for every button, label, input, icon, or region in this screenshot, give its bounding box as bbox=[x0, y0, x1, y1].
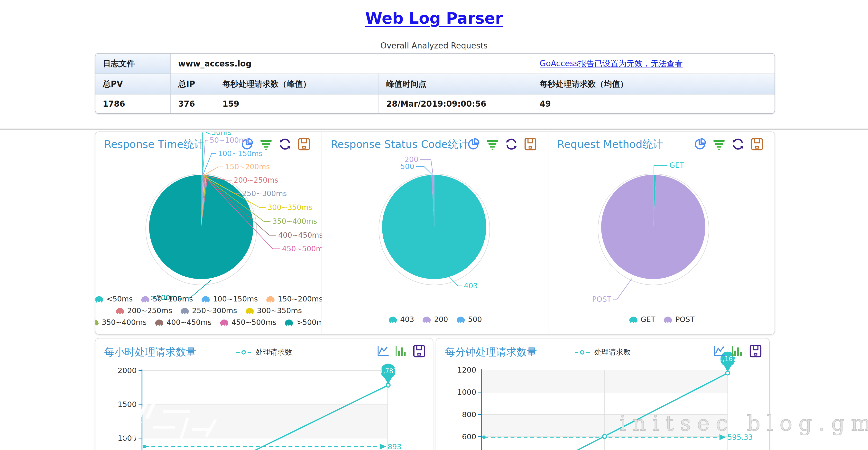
pie-callout: GET bbox=[670, 161, 684, 170]
legend-swatch bbox=[628, 316, 638, 324]
legend-swatch bbox=[180, 307, 190, 315]
legend-label: 403 bbox=[400, 315, 414, 324]
legend-swatch bbox=[154, 318, 164, 327]
legend-swatch bbox=[95, 295, 104, 303]
toolbox bbox=[713, 345, 762, 357]
save-image-icon[interactable] bbox=[749, 345, 762, 357]
line-series-label: 处理请求数 bbox=[594, 347, 631, 357]
line-series-label: 处理请求数 bbox=[255, 347, 292, 357]
legend-label: <50ms bbox=[106, 295, 133, 303]
table-value-row: 1786 376 159 28/Mar/2019:09:00:56 49 bbox=[95, 94, 775, 113]
logfile-value: www_access.log bbox=[170, 54, 532, 73]
legend-swatch bbox=[284, 318, 294, 327]
legend-swatch bbox=[245, 307, 255, 315]
legend-item-150~200ms[interactable]: 150~200ms bbox=[266, 295, 321, 303]
line-type-icon[interactable] bbox=[713, 345, 726, 357]
header-total-pv: 总PV bbox=[95, 74, 170, 94]
average-line-label: 595.33 bbox=[727, 433, 753, 442]
legend-item-350~400ms[interactable]: 350~400ms bbox=[95, 318, 147, 327]
legend-label: 300~350ms bbox=[257, 306, 302, 315]
value-peak-time: 28/Mar/2019:09:00:56 bbox=[378, 94, 532, 113]
average-line-label: 893 bbox=[388, 443, 402, 450]
y-axis-tick-label: 1500 bbox=[118, 400, 136, 409]
legend-swatch bbox=[115, 307, 125, 315]
legend-item-400~450ms[interactable]: 400~450ms bbox=[154, 318, 212, 327]
legend-label: 50~100ms bbox=[153, 295, 193, 303]
page-subtitle: Overall Analyzed Requests bbox=[0, 41, 868, 51]
response-time-panel: Response Time统计 <50ms 50~100ms 100~150ms… bbox=[95, 132, 321, 334]
value-total-ip: 376 bbox=[170, 94, 215, 113]
legend-swatch bbox=[219, 318, 229, 327]
legend-label: 100~150ms bbox=[213, 295, 258, 303]
legend-item-<50ms[interactable]: <50ms bbox=[95, 295, 133, 303]
max-point-label: 1,781 bbox=[379, 367, 397, 375]
legend-label: 350~400ms bbox=[102, 318, 147, 327]
legend-item->500ms[interactable]: >500ms bbox=[284, 318, 321, 327]
save-image-icon[interactable] bbox=[413, 345, 426, 357]
pie-callout: 100~150ms bbox=[218, 149, 262, 158]
legend-item-200~250ms[interactable]: 200~250ms bbox=[115, 306, 172, 315]
legend-item-300~350ms[interactable]: 300~350ms bbox=[245, 306, 302, 315]
pie-callout: POST bbox=[592, 295, 612, 303]
table-row-logfile: 日志文件 www_access.log GoAccess报告已设置为无效，无法查… bbox=[95, 54, 775, 73]
legend-swatch bbox=[388, 316, 398, 324]
legend-swatch bbox=[95, 318, 99, 327]
value-peak-rps: 159 bbox=[215, 94, 378, 113]
y-axis-tick-label: 1000 bbox=[457, 388, 476, 396]
pie-callout: 250~300ms bbox=[242, 189, 287, 198]
value-avg-rps: 49 bbox=[532, 94, 775, 113]
page-title-link[interactable]: Web Log Parser bbox=[365, 9, 503, 27]
legend-item-500[interactable]: 500 bbox=[456, 315, 482, 324]
legend-label: GET bbox=[641, 315, 655, 324]
legend-swatch bbox=[201, 295, 211, 303]
logfile-label: 日志文件 bbox=[95, 54, 170, 73]
legend-label: 500 bbox=[468, 315, 482, 324]
bar-type-icon[interactable] bbox=[731, 345, 744, 357]
legend-label: 200~250ms bbox=[127, 306, 172, 315]
y-axis-tick-label: 1000 bbox=[118, 434, 136, 443]
legend-item-450~500ms[interactable]: 450~500ms bbox=[219, 318, 277, 327]
header-peak-rps: 每秒处理请求数（峰值） bbox=[215, 74, 378, 94]
table-header-row: 总PV 总IP 每秒处理请求数（峰值） 峰值时间点 每秒处理请求数（均值） bbox=[95, 73, 775, 94]
y-axis-tick-label: 2000 bbox=[118, 366, 136, 375]
legend-swatch bbox=[663, 316, 673, 324]
legend-item-POST[interactable]: POST bbox=[663, 315, 694, 324]
legend-item-100~150ms[interactable]: 100~150ms bbox=[201, 295, 258, 303]
legend-label: >500ms bbox=[296, 318, 321, 327]
pie-callout: 150~200ms bbox=[225, 162, 270, 171]
request-method-pie[interactable]: GET POST bbox=[549, 132, 775, 334]
pie-callout: 350~400ms bbox=[272, 217, 317, 226]
legend-label: 450~500ms bbox=[231, 318, 277, 327]
header-total-ip: 总IP bbox=[170, 74, 215, 94]
legend-swatch bbox=[456, 316, 466, 324]
legend-item-50~100ms[interactable]: 50~100ms bbox=[141, 295, 193, 303]
request-method-panel: Request Method统计 GET POST GETPOST bbox=[548, 132, 775, 334]
value-total-pv: 1786 bbox=[95, 94, 170, 113]
legend-item-250~300ms[interactable]: 250~300ms bbox=[180, 306, 237, 315]
y-axis-tick-label: 600 bbox=[462, 432, 476, 441]
line-type-icon[interactable] bbox=[377, 345, 390, 357]
hourly-chart-card: 8931,781200015001000 每小时处理请求数量 处理请求数 bbox=[95, 338, 433, 450]
y-axis-tick-label: 1200 bbox=[457, 365, 476, 374]
pie-legend: GETPOST bbox=[549, 315, 775, 324]
pie-callout: 450~500ms bbox=[282, 244, 321, 253]
y-axis-tick-label: 800 bbox=[462, 410, 476, 419]
web-log-parser-page: Web Log Parser Overall Analyzed Requests… bbox=[0, 0, 868, 450]
legend-item-200[interactable]: 200 bbox=[422, 315, 448, 324]
pie-legend: <50ms50~100ms100~150ms150~200ms200~250ms… bbox=[95, 295, 321, 327]
bar-type-icon[interactable] bbox=[395, 345, 407, 357]
status-code-pie[interactable]: 200 500 403 bbox=[322, 132, 548, 334]
legend-label: 200 bbox=[434, 315, 448, 324]
legend-item-GET[interactable]: GET bbox=[628, 315, 655, 324]
legend-item-403[interactable]: 403 bbox=[388, 315, 414, 324]
legend-label: 400~450ms bbox=[166, 318, 212, 327]
legend-label: POST bbox=[675, 315, 694, 324]
legend-label: 150~200ms bbox=[278, 295, 321, 303]
pie-callout: 400~450ms bbox=[278, 231, 321, 239]
summary-table: 日志文件 www_access.log GoAccess报告已设置为无效，无法查… bbox=[95, 53, 775, 114]
status-code-panel: Response Status Code统计 200 500 403 40320… bbox=[321, 132, 548, 334]
pie-charts-card: Response Time统计 <50ms 50~100ms 100~150ms… bbox=[95, 131, 775, 335]
goaccess-link[interactable]: GoAccess报告已设置为无效，无法查看 bbox=[540, 58, 683, 69]
minute-chart-card: 595.331,16712001000800600 每分钟处理请求数量 处理请求… bbox=[436, 338, 770, 450]
pie-callout: 300~350ms bbox=[268, 203, 312, 212]
